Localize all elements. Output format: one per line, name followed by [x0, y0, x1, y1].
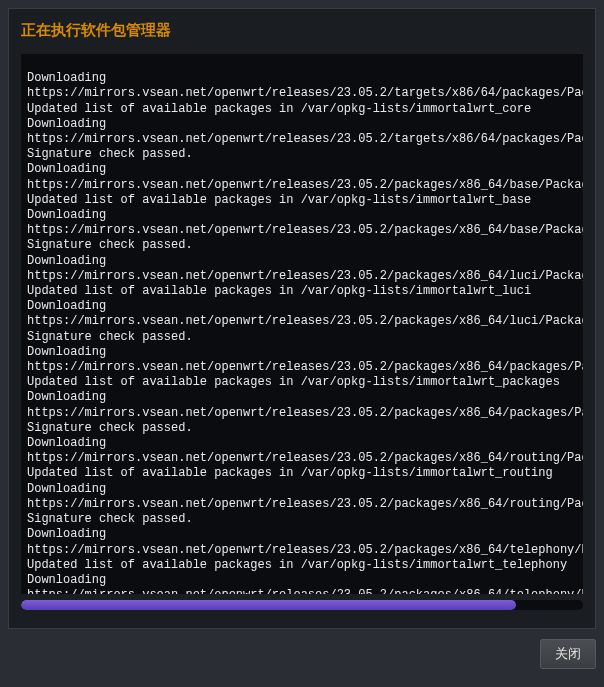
terminal-output[interactable]: Downloading https://mirrors.vsean.net/op… — [21, 54, 583, 594]
modal-title: 正在执行软件包管理器 — [21, 21, 583, 40]
button-row: 关闭 — [8, 639, 596, 669]
close-button[interactable]: 关闭 — [540, 639, 596, 669]
progress-bar — [21, 600, 583, 610]
package-manager-modal: 正在执行软件包管理器 Downloading https://mirrors.v… — [8, 8, 596, 629]
progress-bar-fill — [21, 600, 516, 610]
